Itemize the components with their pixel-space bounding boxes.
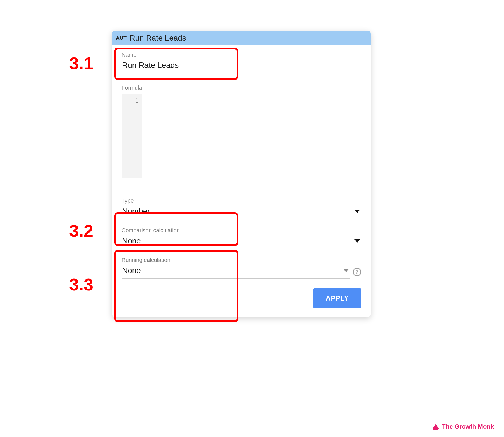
annotation-label-type: 3.2 [69,221,93,241]
chevron-down-icon [354,210,360,213]
annotation-label-calc: 3.3 [69,275,93,294]
formula-field: Formula 1 [122,85,361,178]
dialog-header: AUT Run Rate Leads [112,31,371,45]
dialog-body: Name Formula 1 Type Number Comparison ca… [112,45,371,317]
type-dropdown[interactable]: Number [122,206,361,219]
formula-line-gutter: 1 [122,94,142,178]
running-field: Running calculation None ? [122,257,361,279]
running-value: None [122,266,141,275]
annotation-label-name: 3.1 [69,53,93,73]
name-label: Name [122,52,361,58]
help-icon[interactable]: ? [353,268,361,276]
comparison-label: Comparison calculation [122,227,361,234]
apply-button[interactable]: APPLY [313,288,361,308]
name-input[interactable] [122,60,361,73]
dialog-title: Run Rate Leads [130,34,186,43]
comparison-dropdown[interactable]: None [122,235,361,249]
comparison-field: Comparison calculation None [122,227,361,249]
dialog-actions: APPLY [122,288,361,308]
type-field: Type Number [122,197,361,219]
name-field: Name [122,52,361,73]
formula-label: Formula [122,85,361,91]
running-label: Running calculation [122,257,361,263]
formula-editor[interactable] [142,94,361,178]
type-value: Number [122,207,150,216]
brand-name: The Growth Monk [442,423,494,430]
brand-footer: The Growth Monk [432,423,494,430]
brand-icon [432,424,439,430]
comparison-value: None [122,236,141,245]
formula-editor-container: 1 [122,94,361,178]
chevron-down-icon [343,269,349,272]
running-dropdown[interactable]: None [122,265,350,279]
calculated-field-dialog: AUT Run Rate Leads Name Formula 1 Type N… [112,31,371,317]
chevron-down-icon [354,239,360,243]
type-label: Type [122,197,361,204]
aut-badge: AUT [116,35,127,41]
